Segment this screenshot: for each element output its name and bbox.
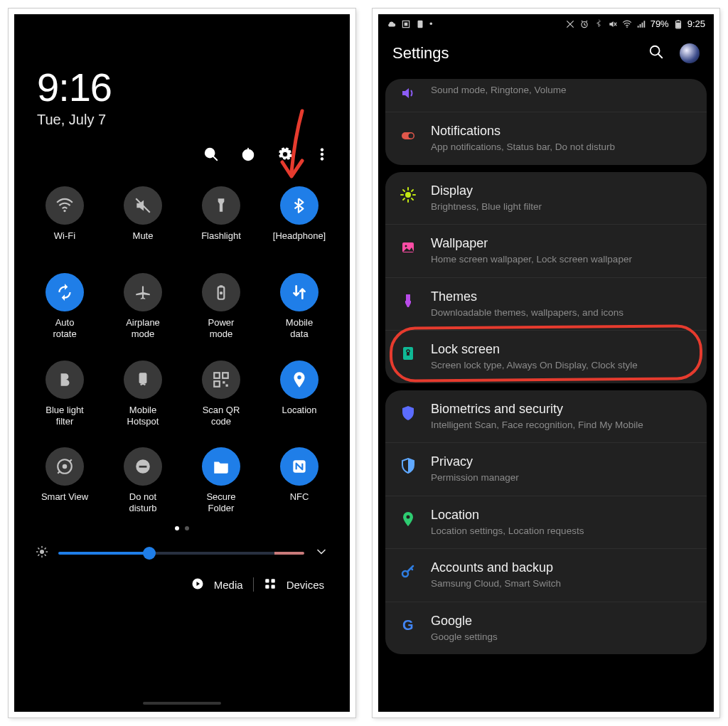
settings-row-biometrics[interactable]: Biometrics and security Intelligent Scan…: [385, 390, 707, 443]
svg-text:G: G: [402, 617, 414, 633]
pin-icon: [280, 361, 318, 399]
row-subtitle: Google settings: [431, 631, 694, 644]
qs-tile-power-mode[interactable]: Powermode: [186, 273, 256, 341]
svg-rect-13: [214, 373, 220, 378]
settings-list[interactable]: Sound mode, Ringtone, Volume Notificatio…: [378, 79, 714, 654]
row-title: Display: [431, 183, 694, 198]
power-icon[interactable]: [240, 146, 256, 162]
play-icon: [191, 577, 204, 592]
svg-rect-47: [678, 20, 679, 21]
svg-rect-10: [220, 285, 223, 287]
battery-icon: [202, 273, 240, 311]
qs-tile-flashlight[interactable]: Flashlight: [186, 186, 256, 253]
settings-row-accounts[interactable]: Accounts and backup Samsung Cloud, Smart…: [385, 548, 707, 602]
row-title: Location: [431, 508, 694, 523]
settings-row-wallpaper[interactable]: Wallpaper Home screen wallpaper, Lock sc…: [385, 224, 707, 277]
qs-tile-label: Scan QRcode: [203, 405, 240, 428]
svg-rect-63: [406, 294, 410, 301]
svg-line-57: [403, 190, 405, 191]
qs-tile-auto-rotate[interactable]: Autorotate: [30, 273, 100, 341]
qs-tile-nfc[interactable]: NFC: [264, 447, 334, 515]
row-subtitle: Permission manager: [431, 471, 694, 484]
mute-status-icon: [608, 19, 618, 29]
page-indicator[interactable]: [14, 522, 350, 540]
toggle-icon: [398, 125, 418, 145]
brush-icon: [398, 291, 418, 311]
qs-tile-blue-light[interactable]: Blue lightfilter: [30, 361, 100, 428]
nfc-icon: [280, 447, 318, 486]
row-subtitle: App notifications, Status bar, Do not di…: [431, 141, 694, 154]
bluetooth-status-icon: [594, 19, 604, 29]
settings-row-display[interactable]: Display Brightness, Blue light filter: [385, 172, 707, 225]
qs-header: 9:16 Tue, July 7: [14, 14, 350, 135]
svg-point-66: [407, 515, 410, 518]
svg-line-58: [412, 198, 413, 200]
search-icon[interactable]: [648, 44, 664, 63]
row-title: Themes: [431, 289, 694, 304]
settings-row-location[interactable]: Location Location settings, Location req…: [385, 496, 707, 549]
svg-point-18: [297, 375, 301, 379]
folder-icon: [202, 447, 240, 486]
svg-point-51: [409, 134, 414, 139]
svg-rect-65: [407, 352, 410, 356]
google-icon: G: [398, 615, 418, 635]
settings-row-privacy[interactable]: Privacy Permission manager: [385, 442, 707, 496]
more-vert-icon[interactable]: [314, 146, 330, 162]
status-bar-right: 79% 9:25: [565, 18, 705, 29]
qs-tile-airplane[interactable]: Airplanemode: [108, 273, 178, 341]
settings-row-notifications[interactable]: Notifications App notifications, Status …: [385, 112, 707, 165]
settings-row-themes[interactable]: Themes Downloadable themes, wallpapers, …: [385, 277, 707, 331]
devices-button[interactable]: Devices: [287, 579, 324, 591]
svg-line-30: [45, 555, 46, 555]
svg-rect-46: [676, 22, 680, 28]
divider: [253, 577, 254, 592]
qs-tile-bluetooth[interactable]: [Headphone]: [264, 186, 334, 253]
home-indicator[interactable]: [143, 702, 221, 705]
media-button[interactable]: Media: [214, 579, 243, 591]
qs-tile-qr[interactable]: Scan QRcode: [186, 361, 256, 428]
qs-tile-label: Autorotate: [53, 317, 76, 341]
row-subtitle: Location settings, Location requests: [431, 525, 694, 538]
qs-tile-mobile-data[interactable]: Mobiledata: [264, 273, 334, 341]
qs-tile-label: Smart View: [41, 491, 88, 514]
settings-row-sounds[interactable]: Sound mode, Ringtone, Volume: [385, 79, 707, 112]
svg-point-44: [626, 26, 628, 28]
wifi-status-icon: [622, 19, 632, 29]
qs-tile-dnd[interactable]: Do notdisturb: [108, 447, 178, 515]
quick-settings-panel: 9:16 Tue, July 7 Wi-Fi Mute: [9, 9, 355, 717]
chevron-down-icon[interactable]: [314, 545, 328, 562]
row-subtitle: Home screen wallpaper, Lock screen wallp…: [431, 253, 694, 266]
qs-tile-location[interactable]: Location: [264, 361, 334, 428]
row-title: Notifications: [431, 124, 694, 139]
qs-tile-wifi[interactable]: Wi-Fi: [30, 186, 100, 253]
qs-tile-label: Powermode: [208, 317, 235, 341]
qs-tile-label: Wi-Fi: [54, 230, 75, 253]
devices-icon: [264, 577, 277, 592]
brightness-thumb[interactable]: [143, 547, 156, 560]
qs-tile-label: Mute: [133, 230, 154, 253]
row-title: Accounts and backup: [431, 560, 694, 575]
gear-icon[interactable]: [277, 146, 293, 162]
svg-line-31: [38, 555, 39, 555]
qs-tile-smart-view[interactable]: Smart View: [30, 447, 100, 515]
screenshot-icon: [401, 19, 411, 29]
search-icon[interactable]: [203, 146, 219, 162]
row-title: Biometrics and security: [431, 402, 694, 417]
qs-tile-secure-folder[interactable]: SecureFolder: [186, 447, 256, 515]
qs-tile-label: MobileHotspot: [127, 405, 159, 428]
svg-rect-17: [226, 384, 228, 386]
settings-row-lock-screen[interactable]: Lock screen Screen lock type, Always On …: [385, 330, 707, 383]
avatar[interactable]: [680, 43, 700, 63]
qs-tile-mute[interactable]: Mute: [108, 186, 178, 253]
media-devices-row: Media Devices: [14, 575, 350, 605]
qs-tile-label: Airplanemode: [126, 317, 160, 341]
row-title: Wallpaper: [431, 236, 694, 251]
svg-rect-22: [139, 466, 147, 468]
settings-card: Sound mode, Ringtone, Volume Notificatio…: [385, 79, 707, 165]
qs-tile-hotspot[interactable]: MobileHotspot: [108, 361, 178, 428]
row-subtitle: Downloadable themes, wallpapers, and ico…: [431, 306, 694, 319]
svg-line-32: [45, 548, 46, 548]
settings-row-google[interactable]: G Google Google settings: [385, 602, 707, 655]
brightness-slider[interactable]: [58, 552, 304, 555]
qs-tile-label: [Headphone]: [273, 230, 326, 253]
